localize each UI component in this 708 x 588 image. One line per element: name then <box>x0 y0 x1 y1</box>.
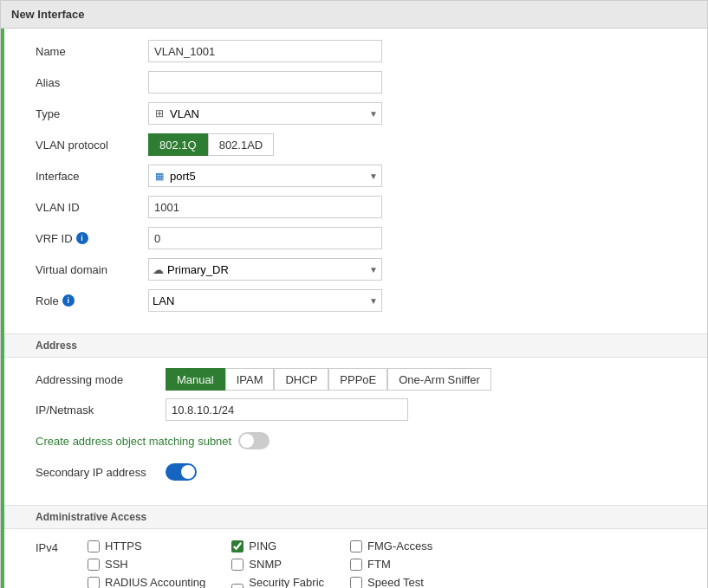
address-section-divider: Address <box>1 333 707 358</box>
fmg-access-label: FMG-Access <box>367 540 432 552</box>
fmg-access-item: FMG-Access <box>350 540 432 552</box>
ssh-checkbox[interactable] <box>88 559 100 571</box>
role-select[interactable]: LAN <box>153 294 366 307</box>
admin-access-section-divider: Administrative Access <box>1 505 707 529</box>
address-section: Addressing mode Manual IPAM DHCP PPPoE O… <box>1 358 707 501</box>
checkbox-col-3: FMG-Access FTM Speed Test <box>350 540 432 588</box>
type-row: Type ⊞ VLAN ▼ <box>36 101 690 126</box>
alias-row: Alias <box>36 70 690 94</box>
protocol-8021ad-button[interactable]: 802.1AD <box>208 133 275 156</box>
virtual-domain-row: Virtual domain ☁ Primary_DR ▼ <box>36 257 690 281</box>
interface-select-container: ▦ port5 ▼ <box>148 165 382 187</box>
role-select-container: LAN ▼ <box>148 289 382 312</box>
secondary-ip-toggle[interactable] <box>166 463 197 481</box>
ipv4-label: IPv4 <box>36 540 88 554</box>
interface-select-wrapper: ▦ port5 ▼ <box>148 165 382 187</box>
port-icon: ▦ <box>153 169 166 183</box>
new-interface-window: New Interface Name Alias Type <box>0 0 708 588</box>
admin-access-section: IPv4 HTTPS SSH R <box>1 529 707 588</box>
vrf-id-row: VRF ID i <box>36 226 690 250</box>
speed-test-checkbox[interactable] <box>350 577 362 589</box>
ip-netmask-row: IP/Netmask <box>36 397 690 422</box>
left-accent <box>1 29 4 588</box>
create-address-toggle[interactable] <box>238 432 270 449</box>
vlan-id-input[interactable] <box>148 196 382 218</box>
vrf-id-input[interactable] <box>148 227 382 249</box>
name-input[interactable] <box>148 40 382 62</box>
name-label: Name <box>36 45 148 58</box>
role-label: Role i <box>36 294 148 307</box>
vrf-id-label: VRF ID i <box>36 232 148 245</box>
speed-test-item: Speed Test <box>350 576 432 588</box>
role-row: Role i LAN ▼ <box>36 288 690 313</box>
fmg-access-checkbox[interactable] <box>350 540 362 552</box>
checkbox-col-1: HTTPS SSH RADIUS Accounting <box>88 540 205 588</box>
https-checkbox[interactable] <box>88 540 100 552</box>
vrf-id-info-icon[interactable]: i <box>76 232 88 244</box>
ping-item: PING <box>231 540 324 552</box>
addressing-mode-label: Addressing mode <box>36 373 166 386</box>
https-label: HTTPS <box>105 540 142 552</box>
interface-select-arrow: ▼ <box>369 171 378 181</box>
name-row: Name <box>36 39 690 63</box>
vlan-protocol-buttons: 802.1Q 802.1AD <box>148 133 274 156</box>
type-select-arrow: ▼ <box>369 109 378 119</box>
create-address-label: Create address object matching subnet <box>36 435 231 448</box>
role-select-wrapper: LAN ▼ <box>148 289 382 312</box>
mode-ipam-button[interactable]: IPAM <box>225 368 275 391</box>
vlan-protocol-row: VLAN protocol 802.1Q 802.1AD <box>36 132 690 157</box>
security-fabric-checkbox[interactable] <box>231 584 244 589</box>
window-title: New Interface <box>1 1 707 29</box>
radius-accounting-checkbox[interactable] <box>88 577 100 589</box>
protocol-8021q-button[interactable]: 802.1Q <box>148 133 208 156</box>
cloud-icon: ☁ <box>153 263 164 276</box>
virtual-domain-select[interactable]: Primary_DR <box>167 263 366 276</box>
name-field-container <box>148 40 382 62</box>
snmp-checkbox[interactable] <box>231 559 244 571</box>
virtual-domain-arrow: ▼ <box>369 265 378 275</box>
radius-accounting-label: RADIUS Accounting <box>105 576 205 588</box>
checkbox-col-2: PING SNMP Security Fabric Connection i <box>231 540 324 588</box>
basic-section: Name Alias Type ⊞ VLAN <box>1 29 707 330</box>
vlan-type-icon: ⊞ <box>153 107 166 120</box>
type-select-wrapper: ⊞ VLAN ▼ <box>148 102 382 125</box>
virtual-domain-label: Virtual domain <box>36 263 148 276</box>
security-fabric-label-container: Security Fabric Connection i <box>249 576 324 588</box>
ip-netmask-input[interactable] <box>166 398 408 421</box>
snmp-item: SNMP <box>231 558 324 571</box>
create-address-slider <box>238 432 270 449</box>
type-select-container: ⊞ VLAN ▼ <box>148 102 382 125</box>
vlan-id-row: VLAN ID <box>36 195 690 219</box>
speed-test-label: Speed Test <box>367 576 424 588</box>
secondary-ip-slider <box>166 463 197 481</box>
interface-row: Interface ▦ port5 ▼ <box>36 164 690 188</box>
checkbox-columns: HTTPS SSH RADIUS Accounting <box>88 540 432 588</box>
mode-manual-button[interactable]: Manual <box>166 368 225 391</box>
type-select[interactable]: VLAN <box>170 107 366 120</box>
vlan-protocol-label: VLAN protocol <box>36 139 148 152</box>
mode-buttons: Manual IPAM DHCP PPPoE One-Arm Sniffer <box>166 368 491 391</box>
alias-input[interactable] <box>148 71 382 94</box>
ftm-item: FTM <box>350 558 432 571</box>
ipv4-row: IPv4 HTTPS SSH R <box>36 540 690 588</box>
security-fabric-label: Security Fabric <box>249 576 324 588</box>
virtual-domain-select-wrapper: ☁ Primary_DR ▼ <box>148 258 382 281</box>
mode-one-arm-sniffer-button[interactable]: One-Arm Sniffer <box>387 368 491 391</box>
alias-field-container <box>148 71 382 94</box>
secondary-ip-row: Secondary IP address <box>36 460 690 484</box>
vlan-id-label: VLAN ID <box>36 201 148 214</box>
addressing-mode-row: Addressing mode Manual IPAM DHCP PPPoE O… <box>36 368 690 391</box>
interface-label: Interface <box>36 170 148 183</box>
ping-checkbox[interactable] <box>231 540 244 552</box>
vlan-id-field-container <box>148 196 382 218</box>
mode-dhcp-button[interactable]: DHCP <box>274 368 328 391</box>
secondary-ip-label: Secondary IP address <box>36 466 166 479</box>
mode-pppoe-button[interactable]: PPPoE <box>328 368 387 391</box>
interface-select[interactable]: port5 <box>170 170 366 183</box>
create-address-row: Create address object matching subnet <box>36 429 690 453</box>
ftm-checkbox[interactable] <box>350 559 362 571</box>
role-info-icon[interactable]: i <box>62 294 75 307</box>
ssh-item: SSH <box>88 558 205 571</box>
https-item: HTTPS <box>88 540 205 552</box>
vrf-id-field-container <box>148 227 382 249</box>
